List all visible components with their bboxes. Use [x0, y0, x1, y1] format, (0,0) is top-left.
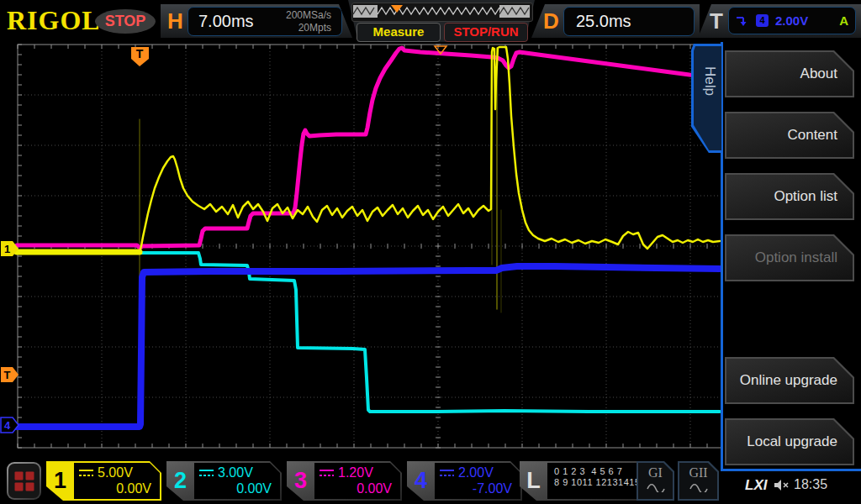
main-menu-button[interactable] [7, 462, 41, 500]
menu-item-content[interactable]: Content [725, 112, 854, 159]
falling-edge-trigger-icon [736, 15, 749, 27]
channel-4-block[interactable]: 4 2.00V -7.00V [407, 461, 522, 501]
channel-1-block[interactable]: 1 5.00V 0.00V [46, 461, 161, 501]
help-tab-label: Help [701, 66, 718, 96]
delay-value: 25.0ms [576, 12, 631, 31]
svg-text:T: T [4, 369, 11, 381]
ch2-trace [17, 253, 720, 412]
ch1-trace [140, 47, 720, 252]
horizontal-panel[interactable]: H 7.00ms 200MSa/s 20Mpts [161, 4, 352, 38]
acquisition-info: 200MSa/s 20Mpts [286, 9, 331, 34]
timebase-value: 7.00ms [198, 12, 286, 31]
channel-1-number: 1 [46, 461, 74, 501]
channel-4-number: 4 [407, 461, 435, 501]
run-state-badge: STOP [95, 9, 156, 34]
channel-1-scale: 5.00V [98, 465, 133, 480]
dc-coupling-icon [320, 469, 334, 477]
svg-text:T: T [136, 47, 144, 60]
logic-label: L [520, 461, 547, 501]
generator-1-label: GI [638, 465, 673, 480]
channel-3-block[interactable]: 3 1.20V 0.00V [287, 461, 402, 501]
channel-3-number: 3 [287, 461, 314, 501]
logic-row-1: 0 1 2 3 4 5 6 7 [554, 466, 644, 477]
trigger-level-value: 2.00V [775, 13, 808, 28]
generator-2-button[interactable]: GII [678, 461, 719, 501]
channel-2-scale: 3.00V [218, 465, 253, 480]
sine-wave-icon [647, 483, 665, 492]
channel-3-offset: 0.00V [320, 481, 394, 496]
lxi-status: LXI [745, 477, 767, 494]
channel-2-number: 2 [166, 461, 194, 501]
trigger-source-badge: 4 [756, 14, 769, 27]
stop-run-button[interactable]: STOP/RUN [444, 23, 528, 42]
menu-item-option-list[interactable]: Option list [725, 173, 854, 220]
trigger-mode: A [839, 13, 848, 28]
rigol-logo: RIGOL [7, 5, 101, 36]
menu-item-local-upgrade[interactable]: Local upgrade [725, 418, 854, 465]
dc-coupling-icon [79, 469, 93, 477]
trigger-panel[interactable]: T 4 2.00V A [698, 4, 861, 38]
speaker-muted-icon[interactable] [774, 479, 790, 491]
svg-text:1: 1 [4, 243, 10, 255]
delay-box[interactable]: 25.0ms [563, 7, 695, 36]
menu-item-about[interactable]: About [725, 50, 854, 97]
delay-label: D [543, 8, 559, 34]
record-waveform-icon [352, 3, 531, 19]
menu-item-online-upgrade[interactable]: Online upgrade [725, 357, 854, 404]
dc-coupling-icon [440, 469, 454, 477]
delay-panel[interactable]: D 25.0ms [531, 4, 700, 38]
channel-2-offset: 0.00V [199, 481, 273, 496]
oscilloscope-screen: 1T4T RIGOL STOP H 7.00ms 200MSa/s 20Mpts… [0, 0, 861, 504]
sample-rate: 200MSa/s [286, 9, 331, 21]
record-position-bar[interactable] [351, 3, 533, 22]
memory-depth: 20Mpts [286, 22, 331, 34]
channel-4-scale: 2.00V [458, 465, 494, 480]
dc-coupling-icon [199, 469, 214, 477]
menu-item-option-install: Option install [725, 234, 854, 281]
sine-wave-icon [689, 483, 708, 492]
generator-1-button[interactable]: GI [637, 461, 674, 501]
menu-grid-icon [14, 471, 34, 491]
trigger-label: T [710, 8, 723, 34]
generator-2-label: GII [679, 465, 717, 480]
logic-row-2: 8 9 1011 12131415 [554, 477, 644, 488]
timebase-box[interactable]: 7.00ms 200MSa/s 20Mpts [188, 7, 342, 36]
clock: 18:35 [794, 477, 827, 492]
measure-button[interactable]: Measure [357, 23, 441, 42]
channel-4-offset: -7.00V [440, 481, 514, 496]
channel-3-scale: 1.20V [338, 465, 373, 480]
channel-1-offset: 0.00V [79, 481, 153, 496]
trigger-box[interactable]: 4 2.00V A [728, 7, 856, 34]
channel-2-block[interactable]: 2 3.00V 0.00V [166, 461, 282, 501]
logic-channels-block[interactable]: L 0 1 2 3 4 5 6 7 8 9 1011 12131415 [520, 461, 649, 501]
svg-text:4: 4 [4, 419, 11, 432]
horizontal-label: H [167, 8, 183, 34]
